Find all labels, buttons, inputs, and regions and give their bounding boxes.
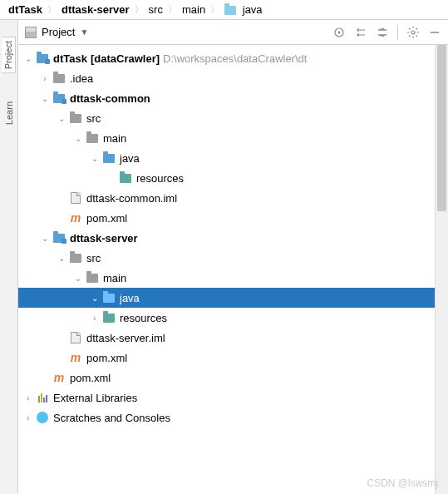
tree-node-root[interactable]: ⌄ dtTask [dataCrawler] D:\workspaces\dat…	[18, 48, 448, 68]
tree-node-idea[interactable]: › .idea	[18, 68, 448, 88]
node-label: resources	[136, 172, 184, 185]
chevron-down-icon[interactable]: ⌄	[38, 234, 52, 243]
breadcrumb-item-dttask[interactable]: dtTask	[7, 3, 44, 16]
chevron-down-icon[interactable]: ▼	[80, 27, 88, 37]
tree-node-common-pom[interactable]: › m pom.xml	[18, 208, 448, 228]
iml-file-icon	[71, 192, 81, 204]
node-label: java	[120, 152, 140, 165]
tree-node-server-main[interactable]: ⌄ main	[18, 268, 448, 288]
tree-node-root-pom[interactable]: › m pom.xml	[18, 368, 448, 388]
tree-node-scratches[interactable]: › Scratches and Consoles	[18, 408, 448, 427]
project-tree[interactable]: ⌄ dtTask [dataCrawler] D:\workspaces\dat…	[18, 45, 448, 494]
tree-node-common-java[interactable]: ⌄ java	[18, 148, 448, 168]
chevron-right-icon[interactable]: ›	[22, 413, 35, 422]
source-folder-icon	[103, 294, 115, 303]
tree-node-common-main[interactable]: ⌄ main	[18, 128, 448, 148]
node-extra: [dataCrawler]	[91, 52, 160, 65]
node-label: pom.xml	[86, 352, 127, 364]
node-label: resources	[120, 312, 167, 324]
panel-title[interactable]: Project	[42, 26, 75, 38]
chevron-down-icon[interactable]: ⌄	[71, 134, 85, 143]
scratches-icon	[37, 412, 48, 423]
resources-folder-icon	[103, 314, 115, 323]
breadcrumb-sep-icon: 〉	[210, 3, 219, 16]
breadcrumb-item-java[interactable]: java	[223, 3, 263, 16]
module-icon	[37, 54, 48, 63]
breadcrumb-item-src[interactable]: src	[147, 3, 165, 16]
node-label: main	[103, 272, 126, 284]
breadcrumb-label: java	[243, 3, 263, 16]
tree-node-server-iml[interactable]: › dttask-server.iml	[18, 328, 448, 348]
node-label: .idea	[70, 72, 93, 85]
chevron-down-icon[interactable]: ⌄	[88, 294, 101, 303]
chevron-right-icon[interactable]: ›	[38, 74, 52, 83]
chevron-down-icon[interactable]: ⌄	[22, 54, 35, 63]
source-folder-icon	[103, 154, 115, 163]
chevron-down-icon[interactable]: ⌄	[38, 94, 52, 103]
svg-point-1	[338, 31, 341, 33]
chevron-down-icon[interactable]: ⌄	[55, 114, 68, 123]
node-label: dttask-common	[70, 92, 150, 105]
folder-icon	[53, 74, 65, 83]
tree-node-common[interactable]: ⌄ dttask-common	[18, 88, 448, 108]
divider	[397, 25, 398, 40]
tree-node-server-java[interactable]: ⌄ java	[18, 288, 448, 308]
node-label: External Libraries	[53, 392, 137, 404]
node-label: dttask-common.iml	[86, 192, 177, 205]
hide-icon[interactable]	[428, 26, 441, 39]
resources-folder-icon	[120, 174, 131, 183]
breadcrumb-sep-icon: 〉	[168, 3, 177, 16]
panel-header: Project ▼	[18, 20, 448, 45]
iml-file-icon	[71, 332, 81, 343]
chevron-down-icon[interactable]: ⌄	[88, 154, 101, 163]
node-path: D:\workspaces\dataCrawler\dt	[163, 52, 307, 65]
node-label: pom.xml	[86, 212, 127, 225]
tree-node-external-libraries[interactable]: › External Libraries	[18, 388, 448, 408]
node-label: dttask-server.iml	[86, 332, 165, 344]
module-icon	[53, 234, 65, 243]
folder-icon	[86, 134, 98, 143]
breadcrumb-item-main[interactable]: main	[180, 3, 207, 16]
node-label: src	[86, 252, 101, 264]
tree-node-common-resources[interactable]: › resources	[18, 168, 448, 188]
maven-icon: m	[71, 212, 81, 224]
gutter-tab-learn[interactable]: Learn	[2, 98, 16, 128]
scrollbar-thumb[interactable]	[437, 45, 446, 211]
locate-icon[interactable]	[332, 26, 346, 39]
node-label: pom.xml	[70, 372, 111, 384]
tree-node-server-src[interactable]: ⌄ src	[18, 248, 448, 268]
tree-node-common-iml[interactable]: › dttask-common.iml	[18, 188, 448, 208]
tool-window-gutter: Project Learn	[0, 20, 18, 494]
node-label: dttask-server	[70, 232, 138, 245]
maven-icon: m	[71, 352, 81, 363]
chevron-down-icon[interactable]: ⌄	[71, 274, 85, 283]
folder-icon	[70, 254, 81, 263]
project-view-icon	[25, 27, 37, 38]
tree-node-server[interactable]: ⌄ dttask-server	[18, 228, 448, 248]
project-panel: Project ▼ ⌄ dtTask [dataCrawler] D:\work…	[18, 20, 448, 494]
tree-node-common-src[interactable]: ⌄ src	[18, 108, 448, 128]
libraries-icon	[38, 393, 47, 403]
breadcrumb: dtTask 〉 dttask-server 〉 src 〉 main 〉 ja…	[0, 0, 448, 20]
node-label: Scratches and Consoles	[53, 412, 170, 424]
node-label: java	[120, 292, 140, 304]
chevron-right-icon[interactable]: ›	[88, 314, 101, 323]
maven-icon: m	[54, 372, 64, 383]
folder-icon	[224, 6, 236, 15]
gear-icon[interactable]	[406, 26, 420, 39]
chevron-down-icon[interactable]: ⌄	[55, 254, 68, 263]
expand-all-icon[interactable]	[354, 26, 367, 39]
breadcrumb-item-dttask-server[interactable]: dttask-server	[60, 3, 131, 16]
module-icon	[53, 94, 65, 103]
gutter-tab-project[interactable]: Project	[2, 37, 16, 73]
node-label: dtTask	[53, 52, 87, 65]
node-label: main	[103, 132, 126, 145]
folder-icon	[70, 114, 81, 123]
scrollbar[interactable]	[435, 45, 448, 494]
tree-node-server-pom[interactable]: › m pom.xml	[18, 348, 448, 368]
breadcrumb-sep-icon: 〉	[47, 3, 57, 16]
chevron-right-icon[interactable]: ›	[22, 393, 35, 403]
node-label: src	[86, 112, 101, 125]
tree-node-server-resources[interactable]: › resources	[18, 308, 448, 328]
collapse-all-icon[interactable]	[376, 26, 389, 39]
